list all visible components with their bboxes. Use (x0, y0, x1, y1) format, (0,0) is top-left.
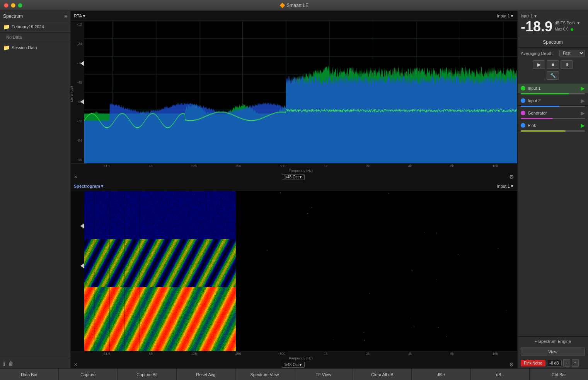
sg-x-tick-8k: 8k (450, 352, 454, 356)
engine-dot-3 (521, 111, 525, 115)
add-engine-button[interactable]: + Spectrum Engine (518, 336, 588, 346)
title-bar: 🔶 Smaart LE (0, 0, 588, 11)
averaging-label: Averaging Depth: (521, 51, 554, 56)
spectrum-input-label[interactable]: Input 1▼ (497, 14, 514, 18)
maximize-button[interactable] (18, 3, 22, 8)
wrench-button[interactable]: 🔧 (547, 71, 559, 80)
spectrum-view-button[interactable]: Spectrum View (235, 369, 294, 380)
trash-icon[interactable]: 🗑 (8, 361, 14, 367)
spectrum-slider-bottom[interactable] (80, 99, 84, 104)
folder-icon-2: 📁 (3, 45, 10, 51)
sidebar-item-label-2: Session Data (12, 45, 37, 50)
db-minus-bar-button[interactable]: dB - (471, 369, 530, 380)
engine-item-input1[interactable]: Input 1 ▶ (518, 84, 588, 93)
engine-fader-4[interactable] (521, 130, 585, 132)
close-button[interactable] (4, 3, 9, 8)
db-plus-button[interactable]: + (572, 359, 579, 367)
engine-play-3[interactable]: ▶ (581, 110, 585, 116)
engine-fader-1[interactable] (521, 93, 585, 94)
engine-item-generator[interactable]: Generator ▶ (518, 108, 588, 118)
spectrum-slider-top[interactable] (80, 61, 84, 66)
rta-label[interactable]: RTA▼ (74, 14, 86, 18)
spectrum-canvas-col (84, 21, 517, 163)
engine-play-4[interactable]: ▶ (581, 122, 585, 128)
spectrum-bottom-axis: 31.5 63 125 250 500 1k 2k 4k 8k 16k Freq… (71, 163, 517, 173)
sidebar-header: Spectrum ≡ (0, 11, 70, 22)
spectrogram-resolution-badge[interactable]: 1/48 Oct▼ (282, 362, 305, 368)
x-tick-31: 31.5 (104, 164, 111, 168)
x-tick-125: 125 (191, 164, 197, 168)
sidebar-menu-icon[interactable]: ≡ (64, 13, 67, 19)
wrench-row: 🔧 (518, 70, 588, 82)
capture-all-button[interactable]: Capture All (118, 369, 176, 380)
db-minus-button[interactable]: - (563, 359, 570, 367)
window-controls[interactable] (4, 3, 22, 8)
spectrum-panel-title: Spectrum (518, 37, 588, 48)
sg-x-tick-31: 31.5 (104, 352, 111, 356)
sidebar-item-nodata[interactable]: No Data (0, 33, 70, 41)
spectrum-resolution-badge[interactable]: 1/48 Oct▼ (282, 174, 305, 180)
averaging-select[interactable]: Fast Medium Slow None (559, 50, 585, 56)
pink-noise-button[interactable]: Pink Noise (521, 360, 545, 366)
meter-section: Input 1 ▼ -18.9 dB FS Peak ▼ Max 0.0 ● (518, 11, 588, 37)
spectrogram-slider-top[interactable] (80, 223, 84, 229)
spectrum-close-btn[interactable]: ✕ (74, 175, 77, 180)
engine-fader-2[interactable] (521, 106, 585, 107)
engine-item-pink[interactable]: Pink ▶ (518, 121, 588, 130)
meter-db-unit[interactable]: dB FS Peak ▼ (555, 21, 580, 25)
spectrogram-close-btn[interactable]: ✕ (74, 362, 77, 367)
y-tick-84: -84 (77, 139, 83, 142)
sg-x-tick-4k: 4k (408, 352, 412, 356)
x-tick-row-sg: 31.5 63 125 250 500 1k 2k 4k 8k 16k (84, 351, 517, 356)
minimize-button[interactable] (11, 3, 15, 8)
sidebar-footer: ℹ 🗑 (0, 359, 70, 368)
spectrogram-input-label[interactable]: Input 1▼ (497, 184, 514, 188)
sidebar-divider-2 (0, 42, 70, 42)
engine-play-1[interactable]: ▶ (581, 85, 585, 91)
x-tick-63: 63 (149, 164, 153, 168)
folder-icon: 📁 (3, 24, 10, 30)
pink-noise-row: Pink Noise -8 dB - + (518, 358, 588, 368)
view-button[interactable]: View (521, 347, 585, 356)
capture-button[interactable]: Capture (59, 369, 118, 380)
x-tick-8k: 8k (450, 164, 454, 168)
spectrogram-section-controls: ✕ 1/48 Oct▼ ⚙ (71, 361, 517, 368)
spectrogram-plot-body (71, 191, 517, 351)
sidebar-item-label-1: February19.2024 (12, 24, 44, 29)
engine-play-2[interactable]: ▶ (581, 98, 585, 104)
stop-button[interactable]: ■ (547, 60, 559, 69)
pause-button[interactable]: ⏸ (561, 60, 573, 69)
meter-input-dropdown[interactable]: Input 1 ▼ (521, 14, 537, 18)
sg-x-tick-63: 63 (149, 352, 153, 356)
db-plus-bar-button[interactable]: dB + (412, 369, 470, 380)
engine-fader-fill-3 (521, 118, 553, 119)
clear-all-db-button[interactable]: Clear All dB (353, 369, 412, 380)
tf-view-button[interactable]: TF View (294, 369, 353, 380)
spectrogram-y-axis (71, 191, 84, 351)
spectrogram-plot-header: Spectrogram▼ Input 1▼ (71, 181, 517, 191)
engine-name-3: Generator (528, 111, 578, 115)
engine-fader-3[interactable] (521, 118, 585, 119)
play-button[interactable]: ▶ (533, 60, 545, 69)
y-axis-spacer-2 (71, 351, 84, 361)
engine-item-input2[interactable]: Input 2 ▶ (518, 96, 588, 106)
ctrl-bar-button[interactable]: Ctrl Bar (530, 369, 588, 380)
spectrogram-label[interactable]: Spectrogram▼ (74, 184, 104, 188)
right-panel: Input 1 ▼ -18.9 dB FS Peak ▼ Max 0.0 ● S… (517, 11, 588, 368)
spectrogram-settings-icon[interactable]: ⚙ (509, 361, 514, 368)
engine-fader-fill-4 (521, 130, 566, 132)
sidebar-item-session[interactable]: 📁 Session Data (0, 43, 70, 52)
spectrogram-slider-bottom[interactable] (80, 263, 84, 269)
x-axis-title-sg: Frequency (Hz) (84, 356, 517, 361)
x-tick-row: 31.5 63 125 250 500 1k 2k 4k 8k 16k (84, 164, 517, 168)
x-tick-250: 250 (235, 164, 241, 168)
info-icon[interactable]: ℹ (3, 361, 5, 367)
averaging-row: Averaging Depth: Fast Medium Slow None (518, 48, 588, 59)
sidebar-item-folder1[interactable]: 📁 February19.2024 (0, 22, 70, 31)
y-tick-96: -96 (77, 158, 83, 162)
reset-avg-button[interactable]: Reset Avg (177, 369, 235, 380)
sg-x-tick-2k: 2k (366, 352, 370, 356)
spectrum-settings-icon[interactable]: ⚙ (509, 174, 514, 180)
data-bar-button[interactable]: Data Bar (0, 369, 59, 380)
engine-fader-fill-1 (521, 93, 569, 94)
